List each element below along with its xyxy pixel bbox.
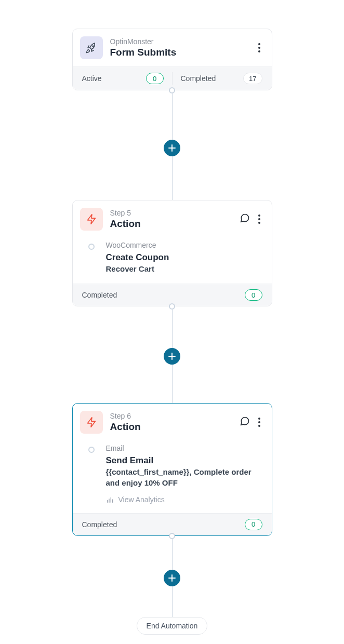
connector-line — [172, 93, 173, 140]
step5-completed-label: Completed — [82, 291, 117, 299]
view-analytics-link[interactable]: View Analytics — [106, 495, 262, 504]
step5-integration: WooCommerce — [106, 241, 169, 249]
comment-icon[interactable] — [240, 213, 250, 225]
step6-description: {{contact_first_name}}, Complete order a… — [106, 467, 262, 488]
svg-marker-1 — [87, 214, 95, 224]
connector-dot — [169, 87, 175, 93]
connector-dot — [169, 533, 175, 539]
connector-line — [172, 586, 173, 617]
step-dot — [88, 244, 95, 250]
step6-completed-label: Completed — [82, 520, 117, 529]
add-step-button[interactable] — [164, 348, 180, 365]
step6-label: Step 6 — [110, 412, 232, 420]
active-label: Active — [82, 74, 102, 83]
end-automation-chip[interactable]: End Automation — [137, 617, 208, 635]
svg-point-0 — [92, 46, 94, 47]
trigger-title: Form Submits — [110, 47, 249, 58]
step5-label: Step 5 — [110, 209, 232, 217]
bolt-icon — [80, 411, 103, 434]
trigger-integration: OptinMonster — [110, 37, 249, 46]
bolt-icon — [80, 208, 103, 231]
svg-marker-2 — [87, 418, 95, 427]
more-menu-icon[interactable] — [256, 415, 262, 429]
step6-completed-count: 0 — [245, 519, 262, 530]
analytics-icon — [106, 495, 114, 504]
connector-dot — [169, 303, 175, 310]
comment-icon[interactable] — [240, 416, 250, 428]
connector-line — [172, 156, 173, 200]
active-count: 0 — [146, 73, 164, 84]
step6-action-name: Send Email — [106, 455, 262, 466]
step6-title: Action — [110, 421, 232, 433]
step6-card[interactable]: Step 6 Action Email Send Email — [72, 403, 272, 536]
step-dot — [88, 447, 95, 453]
step5-card[interactable]: Step 5 Action WooCommerce Create C — [72, 200, 272, 306]
step5-title: Action — [110, 218, 232, 230]
more-menu-icon[interactable] — [256, 212, 262, 226]
add-step-button[interactable] — [164, 570, 180, 586]
rocket-icon — [80, 36, 103, 59]
connector-line — [172, 364, 173, 403]
trigger-card[interactable]: OptinMonster Form Submits Active 0 Compl… — [72, 29, 272, 90]
analytics-label: View Analytics — [118, 495, 165, 504]
step5-completed-count: 0 — [245, 289, 262, 301]
connector-line — [172, 310, 173, 348]
completed-label: Completed — [181, 74, 216, 83]
add-step-button[interactable] — [164, 140, 180, 156]
more-menu-icon[interactable] — [256, 41, 262, 55]
step6-integration: Email — [106, 444, 262, 452]
connector-line — [172, 539, 173, 570]
completed-count: 17 — [243, 73, 262, 84]
step5-action-name: Create Coupon — [106, 252, 169, 263]
step5-description: Recover Cart — [106, 264, 169, 274]
